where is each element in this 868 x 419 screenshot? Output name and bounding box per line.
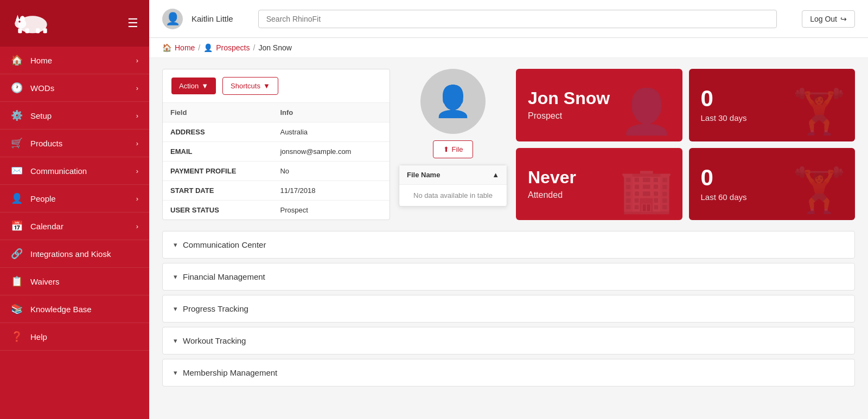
- sidebar-item-setup[interactable]: ⚙️ Setup ›: [0, 102, 149, 130]
- sidebar-item-wods[interactable]: 🕐 WODs ›: [0, 74, 149, 102]
- knowledge-base-icon: 📚: [11, 303, 23, 315]
- sidebar-label-wods: WODs: [30, 83, 54, 93]
- profile-area: Action ▼ Shortcuts ▼ Field Info: [149, 58, 868, 231]
- logout-label: Log Out: [810, 15, 837, 23]
- accordion-header-membership-management[interactable]: ▾ Membership Management: [163, 359, 854, 386]
- file-dropdown: File Name ▲ No data available in table: [399, 165, 507, 207]
- people-icon: 👤: [11, 192, 23, 204]
- sidebar-item-knowledge-base[interactable]: 📚 Knowledge Base: [0, 295, 149, 323]
- main-content: 👤 Kaitlin Little Log Out ↪ 🏠 Home / 👤 Pr…: [149, 0, 868, 419]
- action-button[interactable]: Action ▼: [171, 78, 216, 94]
- accordion-label-progress-tracking: Progress Tracking: [183, 304, 248, 313]
- stat-card-60days: 0 Last 60 days 🏋: [689, 148, 856, 221]
- products-icon: 🛒: [11, 137, 23, 149]
- field-info-cell: No: [272, 162, 390, 181]
- table-row: PAYMENT PROFILE No: [163, 162, 390, 181]
- sidebar-item-products[interactable]: 🛒 Products ›: [0, 130, 149, 157]
- accordion-header-workout-tracking[interactable]: ▾ Workout Tracking: [163, 327, 854, 354]
- home-chevron-icon: ›: [136, 56, 138, 65]
- user-name: Kaitlin Little: [192, 14, 233, 23]
- table-row: USER STATUS Prospect: [163, 201, 390, 220]
- accordion-chevron-progress-tracking: ▾: [174, 305, 177, 313]
- sidebar-label-setup: Setup: [30, 111, 52, 120]
- accordion-label-financial-management: Financial Management: [183, 272, 265, 281]
- content-area: 🏠 Home / 👤 Prospects / Jon Snow Action ▼…: [149, 38, 868, 419]
- sidebar: ☰ 🏠 Home › 🕐 WODs › ⚙️ Setup › 🛒 Product…: [0, 0, 149, 419]
- sidebar-label-waivers: Waivers: [30, 277, 60, 286]
- accordion-label-communication-center: Communication Center: [183, 240, 266, 249]
- field-info-cell: jonsnow@sample.com: [272, 142, 390, 162]
- upload-icon: ⬆: [443, 145, 449, 153]
- prospects-icon: 👤: [203, 43, 213, 52]
- action-bar: Action ▼ Shortcuts ▼: [163, 69, 390, 103]
- accordion-chevron-membership-management: ▾: [174, 369, 177, 377]
- breadcrumb-current: Jon Snow: [258, 43, 291, 52]
- action-label: Action: [179, 82, 199, 90]
- field-name-cell: EMAIL: [163, 142, 272, 162]
- accordion-chevron-financial-management: ▾: [174, 273, 177, 281]
- field-name-cell: PAYMENT PROFILE: [163, 162, 272, 181]
- search-input[interactable]: [258, 10, 777, 28]
- breadcrumb: 🏠 Home / 👤 Prospects / Jon Snow: [149, 38, 868, 58]
- sidebar-label-integrations: Integrations and Kiosk: [30, 249, 111, 259]
- avatar-panel: 👤 ⬆ File File Name ▲ No data available i…: [399, 69, 507, 220]
- accordion-header-progress-tracking[interactable]: ▾ Progress Tracking: [163, 295, 854, 322]
- home-icon: 🏠: [11, 54, 23, 66]
- setup-chevron-icon: ›: [136, 112, 138, 120]
- sidebar-item-waivers[interactable]: 📋 Waivers: [0, 268, 149, 295]
- logo-icon: [11, 10, 54, 37]
- stat-bg-icon-3: 🏢: [620, 165, 674, 216]
- stat-bg-icon-2: 🏋: [792, 86, 846, 137]
- breadcrumb-home[interactable]: Home: [175, 43, 195, 52]
- file-button-label: File: [452, 145, 463, 153]
- field-name-cell: ADDRESS: [163, 123, 272, 142]
- shortcuts-button[interactable]: Shortcuts ▼: [222, 77, 278, 95]
- stat-card-30days: 0 Last 30 days 🏋: [689, 69, 856, 141]
- wods-chevron-icon: ›: [136, 84, 138, 92]
- sidebar-label-communication: Communication: [30, 166, 87, 176]
- file-sort-icon: ▲: [492, 171, 499, 179]
- sidebar-item-people[interactable]: 👤 People ›: [0, 185, 149, 212]
- accordion-header-financial-management[interactable]: ▾ Financial Management: [163, 263, 854, 290]
- help-icon: ❓: [11, 331, 23, 343]
- sidebar-label-help: Help: [30, 332, 47, 341]
- sidebar-item-help[interactable]: ❓ Help: [0, 323, 149, 351]
- action-chevron-icon: ▼: [201, 82, 208, 90]
- table-row: START DATE 11/17/2018: [163, 181, 390, 201]
- col-field-header: Field: [163, 103, 272, 123]
- breadcrumb-prospects[interactable]: Prospects: [216, 43, 250, 52]
- accordion-header-communication-center[interactable]: ▾ Communication Center: [163, 231, 854, 258]
- sidebar-label-home: Home: [30, 56, 52, 65]
- sidebar-item-communication[interactable]: ✉️ Communication ›: [0, 157, 149, 185]
- accordion-item-workout-tracking: ▾ Workout Tracking: [162, 327, 855, 354]
- integrations-icon: 🔗: [11, 248, 23, 260]
- stats-panel: Jon Snow Prospect 👤 0 Last 30 days 🏋 Nev…: [516, 69, 855, 220]
- stat-card-name: Jon Snow Prospect 👤: [516, 69, 682, 141]
- info-panel: Action ▼ Shortcuts ▼ Field Info: [162, 69, 390, 220]
- sidebar-label-people: People: [30, 194, 56, 203]
- accordion-item-progress-tracking: ▾ Progress Tracking: [162, 295, 855, 323]
- logout-icon: ↪: [840, 15, 847, 23]
- svg-rect-4: [36, 28, 40, 33]
- sidebar-label-products: Products: [30, 139, 62, 148]
- hamburger-icon[interactable]: ☰: [127, 16, 138, 30]
- stat-bg-icon-1: 👤: [620, 86, 674, 137]
- logout-button[interactable]: Log Out ↪: [802, 10, 855, 28]
- accordion-sections: ▾ Communication Center ▾ Financial Manag…: [149, 231, 868, 399]
- wods-icon: 🕐: [11, 82, 23, 94]
- sidebar-item-integrations[interactable]: 🔗 Integrations and Kiosk: [0, 240, 149, 268]
- file-button[interactable]: ⬆ File: [433, 140, 474, 158]
- sidebar-label-knowledge-base: Knowledge Base: [30, 305, 92, 314]
- calendar-chevron-icon: ›: [136, 222, 138, 230]
- accordion-item-communication-center: ▾ Communication Center: [162, 231, 855, 259]
- calendar-icon: 📅: [11, 220, 23, 232]
- nav-items: 🏠 Home › 🕐 WODs › ⚙️ Setup › 🛒 Products …: [0, 47, 149, 351]
- sidebar-item-calendar[interactable]: 📅 Calendar ›: [0, 212, 149, 240]
- home-icon: 🏠: [162, 43, 171, 52]
- accordion-label-membership-management: Membership Management: [183, 368, 277, 377]
- sidebar-item-home[interactable]: 🏠 Home ›: [0, 47, 149, 74]
- field-info-cell: Prospect: [272, 201, 390, 220]
- file-dropdown-header: File Name ▲: [399, 165, 507, 185]
- setup-icon: ⚙️: [11, 109, 23, 121]
- search-bar: [258, 10, 777, 28]
